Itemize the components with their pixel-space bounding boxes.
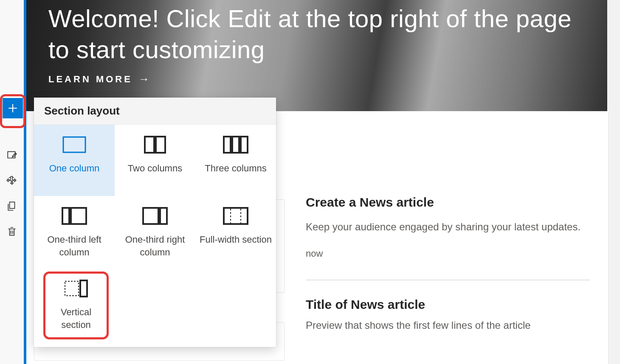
section-layout-flyout: Section layout One column Two columns Th… (34, 98, 276, 347)
layout-option-label: Three columns (205, 162, 267, 175)
arrow-right-icon: → (138, 73, 149, 86)
three-columns-icon (223, 135, 248, 154)
hero-banner: Welcome! Click Edit at the top right of … (26, 0, 607, 111)
plus-icon (7, 103, 18, 114)
news-item-body: Preview that shows the first few lines o… (306, 319, 590, 331)
news-content-area: Create a News article Keep your audience… (289, 119, 607, 331)
layout-option-three-columns[interactable]: Three columns (195, 125, 276, 196)
layout-option-label: Full-width section (200, 233, 272, 246)
vertical-section-highlight: Vertical section (43, 272, 109, 339)
edit-section-button[interactable] (6, 149, 18, 161)
add-section-highlight (0, 94, 25, 128)
one-third-left-icon (62, 206, 87, 226)
page-root: Welcome! Click Edit at the top right of … (0, 0, 620, 364)
svg-rect-10 (160, 208, 167, 224)
svg-rect-1 (63, 137, 85, 152)
move-icon (6, 175, 17, 186)
layout-option-label: One-third right column (119, 233, 191, 258)
svg-rect-8 (71, 208, 86, 224)
layout-option-label: Two columns (128, 162, 182, 175)
divider (306, 280, 590, 280)
layout-option-full-width[interactable]: Full-width section (195, 196, 276, 267)
svg-rect-14 (65, 281, 79, 296)
svg-rect-0 (10, 202, 15, 208)
news-item-title[interactable]: Title of News article (306, 297, 590, 312)
one-column-icon (62, 135, 87, 154)
trash-icon (6, 226, 17, 237)
layout-option-vertical-section[interactable]: Vertical section (34, 267, 115, 347)
svg-rect-7 (62, 208, 69, 224)
svg-rect-3 (156, 137, 165, 153)
copy-icon (6, 201, 17, 212)
svg-rect-6 (241, 137, 248, 153)
delete-section-button[interactable] (6, 226, 18, 238)
svg-rect-2 (145, 137, 154, 153)
layout-option-one-third-left[interactable]: One-third left column (34, 196, 115, 267)
add-section-button[interactable] (3, 98, 23, 118)
svg-rect-9 (143, 208, 158, 224)
learn-more-link[interactable]: LEARN MORE → (48, 73, 587, 86)
news-create-meta: now (306, 248, 590, 259)
copy-section-button[interactable] (6, 200, 18, 212)
layout-option-label: Vertical section (50, 306, 102, 331)
layout-option-one-column[interactable]: One column (34, 125, 115, 196)
layout-options-grid: One column Two columns Three columns One… (34, 125, 276, 347)
svg-rect-5 (232, 137, 239, 153)
one-third-right-icon (142, 206, 168, 226)
edit-icon (6, 150, 17, 161)
two-columns-icon (142, 135, 168, 154)
svg-rect-15 (80, 280, 87, 297)
scrollbar[interactable] (608, 0, 620, 364)
layout-option-two-columns[interactable]: Two columns (115, 125, 195, 196)
move-section-button[interactable] (6, 175, 18, 187)
svg-rect-11 (224, 208, 248, 224)
news-create-card[interactable]: Create a News article Keep your audience… (306, 195, 590, 268)
flyout-title: Section layout (34, 98, 276, 125)
section-toolbar (0, 0, 24, 364)
layout-option-one-third-right[interactable]: One-third right column (115, 196, 195, 267)
layout-option-label: One-third left column (38, 233, 110, 258)
vertical-section-icon (63, 279, 89, 298)
news-create-body: Keep your audience engaged by sharing yo… (306, 220, 590, 235)
news-create-title: Create a News article (306, 195, 590, 210)
section-selection-bar (24, 0, 26, 364)
hero-title: Welcome! Click Edit at the top right of … (48, 3, 587, 65)
full-width-icon (223, 206, 248, 226)
svg-rect-4 (224, 137, 231, 153)
layout-option-label: One column (49, 162, 100, 175)
learn-more-label: LEARN MORE (48, 74, 132, 85)
